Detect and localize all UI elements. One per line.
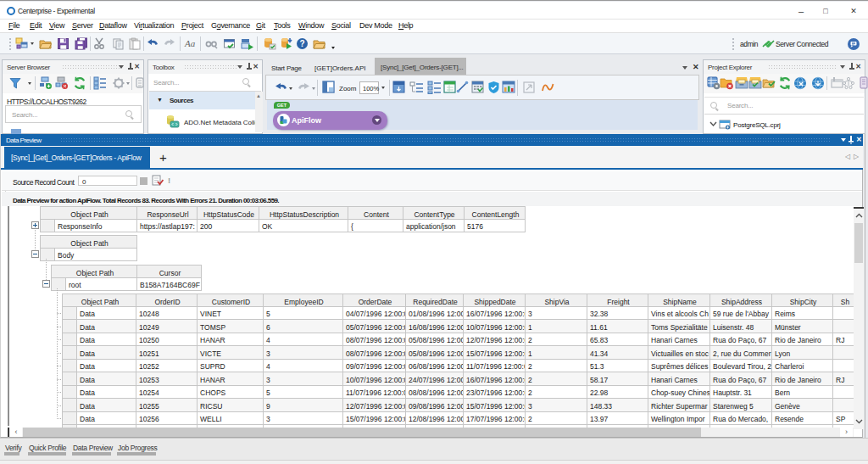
svg-text:?: ? <box>299 39 304 48</box>
